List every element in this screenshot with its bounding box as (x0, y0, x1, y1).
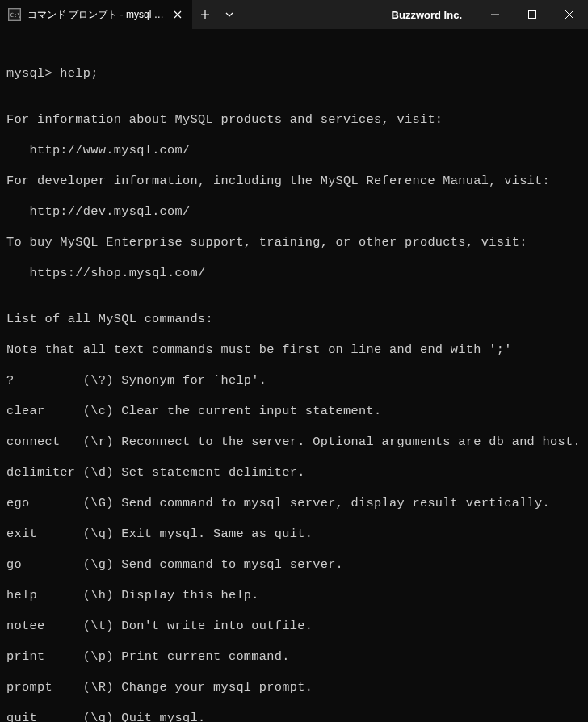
svg-rect-2 (529, 11, 536, 19)
tabbar-right: Buzzword Inc. (192, 0, 588, 29)
terminal-line: List of all MySQL commands: (6, 312, 582, 327)
terminal-line: mysql> help; (6, 66, 582, 82)
terminal-line: prompt (\R) Change your mysql prompt. (6, 680, 582, 695)
terminal-line: help (\h) Display this help. (6, 588, 582, 603)
terminal-output[interactable]: mysql> help; For information about MySQL… (0, 29, 588, 722)
maximize-button[interactable] (514, 0, 551, 29)
tab-dropdown-button[interactable] (218, 0, 241, 29)
terminal-line: To buy MySQL Enterprise support, trainin… (6, 235, 582, 250)
terminal-line: https://shop.mysql.com/ (6, 266, 582, 281)
titlebar: C:\ コマンド プロンプト - mysql -u roo Buzzword I… (0, 0, 588, 29)
terminal-line: For developer information, including the… (6, 174, 582, 189)
terminal-line: ego (\G) Send command to mysql server, d… (6, 496, 582, 511)
terminal-line: go (\g) Send command to mysql server. (6, 557, 582, 573)
terminal-line: quit (\q) Quit mysql. (6, 711, 582, 722)
terminal-line: exit (\q) Exit mysql. Same as quit. (6, 527, 582, 542)
terminal-line: ? (\?) Synonym for `help'. (6, 373, 582, 388)
terminal-line: clear (\c) Clear the current input state… (6, 404, 582, 419)
terminal-line: delimiter (\d) Set statement delimiter. (6, 465, 582, 481)
new-tab-button[interactable] (192, 0, 218, 29)
svg-text:C:\: C:\ (10, 12, 20, 19)
terminal-line: connect (\r) Reconnect to the server. Op… (6, 434, 582, 450)
terminal-line: For information about MySQL products and… (6, 112, 582, 128)
close-button[interactable] (551, 0, 588, 29)
tab-title: コマンド プロンプト - mysql -u roo (27, 8, 165, 22)
minimize-button[interactable] (477, 0, 514, 29)
active-tab[interactable]: C:\ コマンド プロンプト - mysql -u roo (0, 0, 192, 29)
app-name: Buzzword Inc. (392, 9, 477, 21)
terminal-line: notee (\t) Don't write into outfile. (6, 619, 582, 634)
window-controls (477, 0, 588, 29)
terminal-line: http://dev.mysql.com/ (6, 204, 582, 220)
terminal-line: print (\p) Print current command. (6, 649, 582, 665)
tab-close-button[interactable] (171, 8, 184, 21)
terminal-line: Note that all text commands must be firs… (6, 342, 582, 358)
cmd-icon: C:\ (8, 8, 21, 21)
terminal-line: http://www.mysql.com/ (6, 143, 582, 158)
